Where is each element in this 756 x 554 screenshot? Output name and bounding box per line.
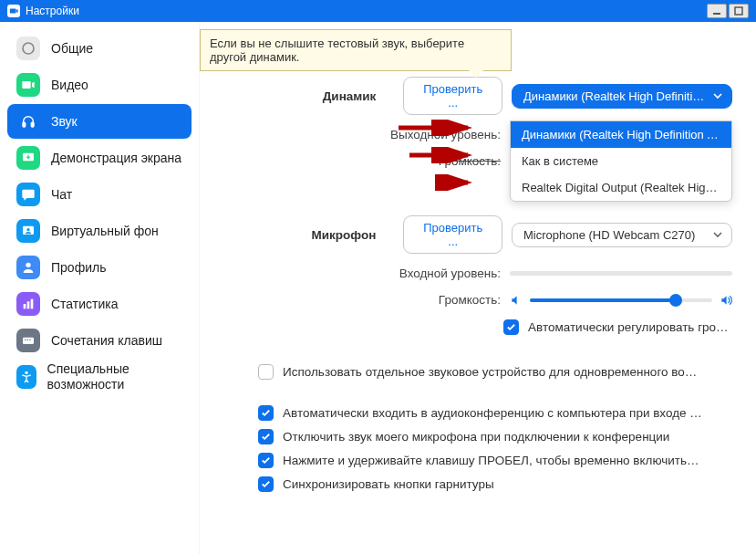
- sidebar-item-label: Профиль: [51, 260, 106, 275]
- sidebar-item-general[interactable]: Общие: [7, 31, 192, 66]
- svg-point-16: [25, 371, 27, 374]
- annotation-arrow-1: [397, 120, 475, 136]
- video-icon: [16, 73, 40, 97]
- svg-rect-0: [713, 13, 720, 15]
- space-unmute-label: Нажмите и удерживайте клавишу ПРОБЕЛ, чт…: [283, 454, 702, 467]
- sidebar-item-label: Демонстрация экрана: [51, 151, 181, 165]
- svg-rect-1: [735, 7, 742, 15]
- accessibility-icon: [16, 365, 36, 389]
- auto-join-audio-label: Автоматически входить в аудиоконференцию…: [283, 406, 702, 420]
- svg-rect-13: [25, 340, 26, 340]
- svg-rect-9: [24, 304, 26, 308]
- general-icon: [16, 37, 40, 60]
- sidebar-item-label: Статистика: [51, 297, 119, 311]
- sidebar: Общие Видео Звук Демонстрация экрана Чат…: [0, 22, 200, 554]
- svg-rect-15: [29, 340, 30, 340]
- svg-point-8: [26, 263, 30, 267]
- mute-on-join-label: Отключить звук моего микрофона при подкл…: [283, 430, 669, 444]
- speaker-option-2[interactable]: Как в системе: [511, 148, 731, 174]
- sidebar-item-label: Звук: [51, 114, 78, 129]
- sidebar-item-label: Видео: [51, 78, 88, 92]
- sidebar-item-label: Чат: [51, 187, 72, 202]
- space-unmute-row: Нажмите и удерживайте клавишу ПРОБЕЛ, чт…: [258, 453, 732, 468]
- svg-rect-11: [31, 299, 34, 309]
- sidebar-item-label: Специальные возможности: [47, 361, 182, 392]
- svg-rect-14: [27, 340, 28, 340]
- auto-join-audio-checkbox[interactable]: [258, 405, 274, 421]
- share-screen-icon: [16, 146, 40, 170]
- virtual-bg-icon: [16, 219, 40, 243]
- app-icon: [7, 5, 20, 17]
- sidebar-item-chat[interactable]: Чат: [7, 177, 192, 212]
- window-title: Настройки: [26, 5, 79, 17]
- sidebar-item-accessibility[interactable]: Специальные возможности: [7, 360, 192, 394]
- stats-icon: [16, 292, 40, 316]
- sidebar-item-audio[interactable]: Звук: [7, 104, 192, 139]
- sidebar-item-video[interactable]: Видео: [7, 68, 192, 102]
- speaker-option-3[interactable]: Realtek Digital Output (Realtek High D..…: [511, 174, 731, 201]
- separate-device-checkbox[interactable]: [258, 364, 274, 380]
- mute-on-join-checkbox[interactable]: [258, 429, 274, 444]
- auto-adjust-row: Автоматически регулировать гром...: [200, 319, 732, 335]
- microphone-volume-slider[interactable]: [510, 294, 732, 307]
- svg-point-7: [26, 228, 29, 231]
- test-microphone-button[interactable]: Проверить ...: [403, 215, 502, 254]
- sync-headset-row: Синхронизировать кнопки гарнитуры: [258, 476, 732, 492]
- keyboard-icon: [16, 329, 40, 352]
- chevron-down-icon: [713, 91, 722, 100]
- speaker-label: Динамик: [257, 89, 376, 103]
- svg-point-2: [23, 43, 34, 54]
- microphone-select[interactable]: Microphone (HD Webcam C270): [512, 223, 732, 247]
- sidebar-item-share-screen[interactable]: Демонстрация экрана: [7, 141, 192, 175]
- input-level-label: Входной уровень:: [264, 267, 501, 280]
- auto-adjust-label: Автоматически регулировать гром...: [528, 320, 732, 334]
- microphone-label: Микрофон: [257, 228, 376, 242]
- sidebar-item-profile[interactable]: Профиль: [7, 250, 192, 285]
- sidebar-item-stats[interactable]: Статистика: [7, 287, 192, 321]
- auto-join-audio-row: Автоматически входить в аудиоконференцию…: [258, 405, 732, 421]
- sidebar-item-label: Виртуальный фон: [51, 224, 159, 238]
- svg-rect-10: [27, 301, 30, 308]
- svg-rect-3: [23, 122, 26, 127]
- volume-low-icon: [510, 294, 523, 307]
- sidebar-item-label: Общие: [51, 41, 93, 56]
- test-speaker-button[interactable]: Проверить ...: [403, 77, 502, 115]
- microphone-volume-label: Громкость:: [264, 293, 501, 307]
- speaker-dropdown: Динамики (Realtek High Definition Au... …: [510, 120, 732, 202]
- chat-icon: [16, 183, 40, 206]
- titlebar: Настройки: [0, 0, 756, 22]
- sidebar-item-shortcuts[interactable]: Сочетания клавиш: [7, 323, 192, 358]
- separate-device-row: Использовать отдельное звуковое устройст…: [258, 364, 732, 380]
- chevron-down-icon: [713, 230, 722, 239]
- speaker-select[interactable]: Динамики (Realtek High Definitio...: [512, 84, 732, 109]
- annotation-arrow-3: [435, 174, 475, 191]
- annotation-arrow-2: [408, 147, 475, 163]
- svg-rect-4: [31, 122, 34, 127]
- sync-headset-checkbox[interactable]: [258, 476, 274, 492]
- volume-high-icon: [720, 294, 732, 307]
- sync-headset-label: Синхронизировать кнопки гарнитуры: [283, 477, 494, 491]
- sidebar-item-label: Сочетания клавиш: [51, 333, 162, 348]
- headphones-icon: [16, 110, 40, 133]
- space-unmute-checkbox[interactable]: [258, 453, 274, 468]
- auto-adjust-checkbox[interactable]: [503, 319, 519, 335]
- speaker-option-1[interactable]: Динамики (Realtek High Definition Au...: [511, 121, 731, 148]
- separate-device-label: Использовать отдельное звуковое устройст…: [283, 365, 702, 379]
- input-level-meter: [510, 271, 732, 276]
- tooltip-speaker-hint: Если вы не слышите тестовый звук, выбери…: [200, 29, 512, 71]
- profile-icon: [16, 256, 40, 279]
- window-maximize-button[interactable]: [729, 4, 749, 18]
- window-minimize-button[interactable]: [707, 4, 727, 18]
- svg-rect-12: [23, 338, 34, 344]
- sidebar-item-virtual-bg[interactable]: Виртуальный фон: [7, 214, 192, 248]
- main-panel: Если вы не слышите тестовый звук, выбери…: [200, 22, 756, 554]
- mute-on-join-row: Отключить звук моего микрофона при подкл…: [258, 429, 732, 444]
